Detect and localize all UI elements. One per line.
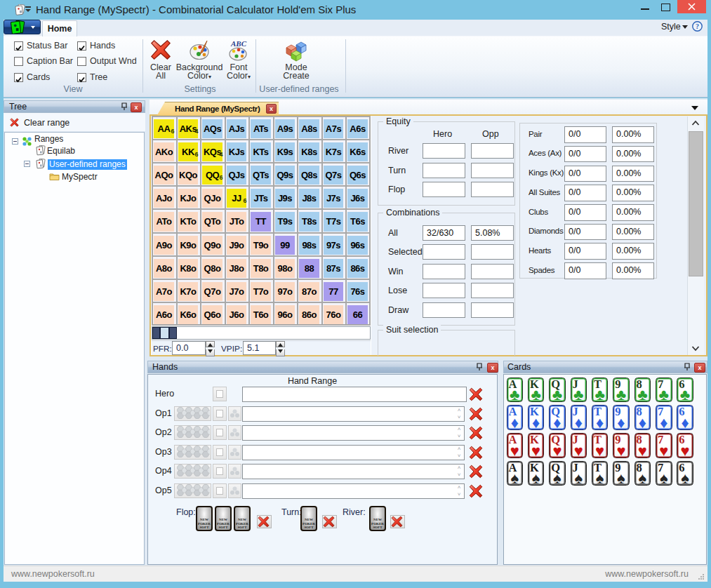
svg-text:?: ?: [696, 22, 699, 30]
svg-text:ABC: ABC: [230, 39, 247, 48]
